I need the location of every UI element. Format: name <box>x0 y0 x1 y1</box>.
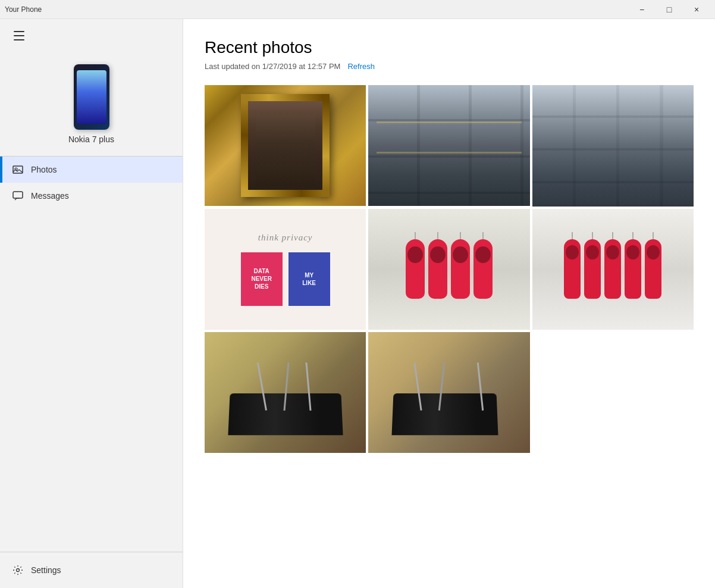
app-title: Your Phone <box>5 5 42 14</box>
close-button[interactable]: × <box>683 0 710 19</box>
poster-my-like: MYLIKE <box>288 252 330 306</box>
app-body: Nokia 7 plus Photos <box>0 19 715 588</box>
maximize-button[interactable]: □ <box>656 0 683 19</box>
minimize-button[interactable]: − <box>628 0 656 19</box>
privacy-text: think privacy <box>258 233 313 243</box>
nav-items: Photos Messages <box>0 157 183 552</box>
hamburger-menu-button[interactable] <box>7 24 31 48</box>
messages-icon <box>12 190 24 202</box>
photo-punching-bags-1[interactable] <box>368 209 529 330</box>
last-updated-text: Last updated on 1/27/2019 at 12:57 PM <box>205 62 340 71</box>
settings-label: Settings <box>31 565 61 575</box>
photo-piano-2[interactable] <box>368 332 529 453</box>
photo-grid: think privacy DATANEVERDIES MYLIKE <box>205 85 694 453</box>
phone-icon <box>74 64 109 130</box>
sidebar-bottom: Settings <box>0 552 183 588</box>
hamburger-line-1 <box>14 31 24 32</box>
photo-shelves-2[interactable] <box>532 85 694 207</box>
messages-label: Messages <box>31 191 69 201</box>
refresh-link[interactable]: Refresh <box>347 62 375 71</box>
photo-mona-lisa[interactable] <box>205 85 366 206</box>
privacy-posters: DATANEVERDIES MYLIKE <box>241 252 330 306</box>
sidebar-top <box>0 19 183 52</box>
sidebar: Nokia 7 plus Photos <box>0 19 183 588</box>
hamburger-line-2 <box>14 35 24 36</box>
photo-piano-1[interactable] <box>205 332 366 453</box>
photos-icon <box>12 164 24 176</box>
photo-shelves-1[interactable] <box>368 85 529 206</box>
svg-rect-0 <box>13 166 23 173</box>
hamburger-line-3 <box>14 39 24 40</box>
svg-rect-2 <box>13 192 23 198</box>
device-section: Nokia 7 plus <box>0 52 183 156</box>
page-title: Recent photos <box>205 38 694 57</box>
titlebar: Your Phone − □ × <box>0 0 715 19</box>
photos-label: Photos <box>31 165 57 174</box>
sidebar-item-settings[interactable]: Settings <box>0 557 183 583</box>
photo-punching-bags-2[interactable] <box>532 209 694 330</box>
svg-point-3 <box>17 569 20 572</box>
device-name: Nokia 7 plus <box>68 135 114 144</box>
sidebar-item-photos[interactable]: Photos <box>0 157 183 183</box>
phone-screen <box>77 70 106 124</box>
window-controls: − □ × <box>628 0 710 19</box>
main-content: Recent photos Last updated on 1/27/2019 … <box>183 19 715 588</box>
subtitle-row: Last updated on 1/27/2019 at 12:57 PM Re… <box>205 62 694 71</box>
settings-icon <box>12 564 24 576</box>
photo-privacy[interactable]: think privacy DATANEVERDIES MYLIKE <box>205 209 366 330</box>
sidebar-item-messages[interactable]: Messages <box>0 183 183 209</box>
poster-data-never-dies: DATANEVERDIES <box>241 252 283 306</box>
